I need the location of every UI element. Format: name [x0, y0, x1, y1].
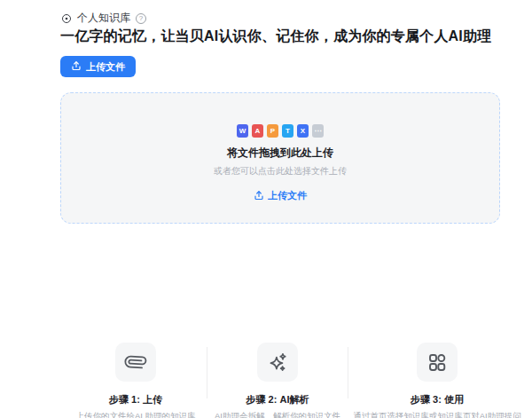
upload-icon: [71, 60, 82, 73]
page-title: 一亿字的记忆，让当贝AI认识你、记住你，成为你的专属个人AI助理: [60, 28, 521, 46]
step-description: AI助理会拆解、解析你的知识文件: [207, 411, 348, 418]
dropzone-subtitle: 或者您可以点击此处选择文件上传: [61, 165, 499, 177]
upload-icon: [254, 190, 264, 202]
upload-link-label: 上传文件: [268, 189, 307, 202]
step-ai-parse: 步骤 2: AI解析 AI助理会拆解、解析你的知识文件: [207, 343, 348, 418]
word-file-icon: W: [237, 124, 248, 138]
breadcrumb: 个人知识库 ?: [61, 11, 146, 26]
step-description: 通过首页选择知识库或知识库页对AI助理提问: [348, 411, 526, 418]
txt-file-icon: T: [282, 124, 293, 138]
dropzone-title: 将文件拖拽到此处上传: [61, 146, 499, 161]
more-file-types-icon: ⋯: [312, 124, 324, 138]
paperclip-icon: [115, 343, 156, 382]
ppt-file-icon: P: [267, 124, 278, 138]
xls-file-icon: X: [297, 124, 309, 138]
step-title: 步骤 3: 使用: [348, 393, 526, 406]
steps-section: 步骤 1: 上传 上传你的文件给AI 助理的知识库 步骤 2: AI解析 AI助…: [65, 343, 526, 418]
section-title: 个人知识库: [77, 11, 130, 26]
grid-icon: [417, 343, 458, 382]
file-type-icons: W A P T X ⋯: [61, 124, 499, 138]
pdf-file-icon: A: [252, 124, 263, 138]
knowledge-base-icon: [61, 13, 72, 24]
upload-button-label: 上传文件: [86, 60, 125, 74]
sparkles-icon: [257, 343, 298, 382]
step-title: 步骤 1: 上传: [65, 393, 207, 406]
upload-file-button[interactable]: 上传文件: [60, 56, 136, 77]
personal-knowledge-base-page: 个人知识库 ? 一亿字的记忆，让当贝AI认识你、记住你，成为你的专属个人AI助理…: [0, 0, 532, 418]
step-title: 步骤 2: AI解析: [207, 393, 348, 406]
step-upload: 步骤 1: 上传 上传你的文件给AI 助理的知识库: [65, 343, 207, 418]
upload-file-link[interactable]: 上传文件: [254, 189, 307, 202]
step-description: 上传你的文件给AI 助理的知识库: [65, 411, 207, 418]
step-use: 步骤 3: 使用 通过首页选择知识库或知识库页对AI助理提问: [348, 343, 526, 418]
file-dropzone[interactable]: W A P T X ⋯ 将文件拖拽到此处上传 或者您可以点击此处选择文件上传 上…: [60, 92, 500, 224]
help-icon[interactable]: ?: [136, 13, 146, 24]
